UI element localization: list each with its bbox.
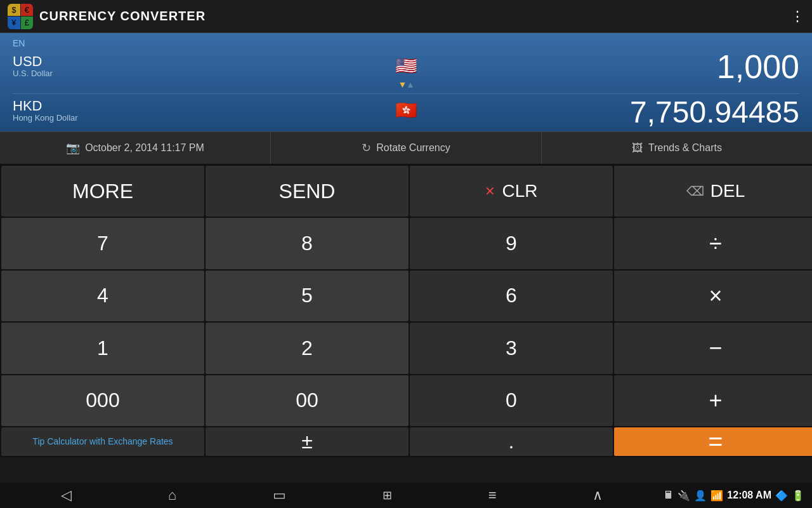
- btn-1[interactable]: 1: [1, 323, 204, 373]
- app-container: $ € ¥ £ CURRENCY CONVERTER ⋮ EN USD U.S.…: [0, 0, 812, 457]
- toolbar: 📷 October 2, 2014 11:17 PM ↻ Rotate Curr…: [0, 131, 812, 164]
- status-signal-icon: 📶: [710, 490, 723, 502]
- menu-button[interactable]: ⋮: [790, 8, 804, 25]
- bluetooth-icon: 🔷: [775, 490, 788, 502]
- rotate-icon: ↻: [362, 141, 371, 155]
- btn-decimal[interactable]: .: [410, 427, 613, 456]
- lang-badge: EN: [13, 38, 799, 48]
- btn-000[interactable]: 000: [1, 375, 204, 426]
- btn-00[interactable]: 00: [206, 375, 409, 426]
- nav-home[interactable]: ⌂: [168, 487, 176, 504]
- usd-flag: 🇺🇸: [395, 55, 417, 76]
- icon-pound: £: [21, 17, 34, 29]
- nav-recents[interactable]: ▭: [273, 487, 286, 504]
- status-user-icon: 👤: [694, 490, 707, 502]
- exchange-arrows: ▼ ▲: [13, 81, 799, 91]
- usd-code: USD: [13, 53, 63, 70]
- status-calculator-icon: 🖩: [664, 490, 674, 501]
- send-button[interactable]: SEND: [206, 166, 409, 217]
- currency-divider: [13, 93, 799, 94]
- tip-calculator-button[interactable]: Tip Calculator with Exchange Rates: [1, 427, 204, 456]
- nav-up[interactable]: ∧: [593, 487, 603, 504]
- nav-menu[interactable]: ≡: [488, 487, 497, 504]
- btn-equals[interactable]: =: [614, 427, 812, 456]
- app-title: CURRENCY CONVERTER: [39, 9, 790, 23]
- hkd-flag: 🇭🇰: [395, 100, 417, 121]
- btn-divide[interactable]: ÷: [614, 218, 812, 269]
- usd-name: U.S. Dollar: [13, 69, 63, 78]
- status-right: 🖩 🔌 👤 📶 12:08 AM 🔷 🔋: [664, 490, 812, 502]
- hkd-name: Hong Kong Dollar: [13, 113, 78, 123]
- status-usb-icon: 🔌: [678, 490, 690, 502]
- toolbar-rotate[interactable]: ↻ Rotate Currency: [271, 132, 542, 164]
- battery-icon: 🔋: [792, 490, 804, 502]
- tip-label: Tip Calculator with Exchange Rates: [30, 433, 175, 450]
- hkd-code: HKD: [13, 98, 63, 114]
- rotate-label: Rotate Currency: [376, 142, 450, 154]
- nav-back[interactable]: ◁: [61, 487, 72, 504]
- nav-status-bar: ◁ ⌂ ▭ ⊞ ≡ ∧ 🖩 🔌 👤 📶 12:08 AM 🔷 🔋: [0, 483, 812, 508]
- toolbar-trends[interactable]: 🖼 Trends & Charts: [542, 132, 812, 164]
- btn-6[interactable]: 6: [410, 271, 613, 321]
- clr-button[interactable]: ✕ CLR: [410, 166, 613, 217]
- btn-minus[interactable]: −: [614, 323, 812, 373]
- btn-8[interactable]: 8: [206, 218, 409, 269]
- toolbar-datetime[interactable]: 📷 October 2, 2014 11:17 PM: [0, 132, 271, 164]
- calculator-grid: MORE SEND ✕ CLR ⌫ DEL 7 8 9 ÷ 4 5 6 × 1 …: [0, 164, 812, 457]
- nav-section: ◁ ⌂ ▭ ⊞ ≡ ∧: [0, 487, 664, 504]
- del-icon: ⌫: [686, 184, 704, 199]
- icon-dollar: $: [8, 4, 20, 17]
- trends-icon: 🖼: [632, 142, 643, 155]
- icon-yen: ¥: [8, 17, 20, 29]
- time-display: 12:08 AM: [727, 490, 771, 501]
- del-label: DEL: [710, 181, 745, 201]
- btn-plusminus[interactable]: ±: [206, 427, 409, 456]
- btn-7[interactable]: 7: [1, 218, 204, 269]
- usd-row[interactable]: USD U.S. Dollar 🇺🇸 1,000: [13, 51, 799, 79]
- usd-amount: 1,000: [717, 48, 799, 86]
- datetime-label: October 2, 2014 11:17 PM: [85, 142, 204, 154]
- camera-icon: 📷: [66, 141, 80, 155]
- currency-display: EN USD U.S. Dollar 🇺🇸 1,000 ▼ ▲ HKD Hong…: [0, 33, 812, 131]
- btn-2[interactable]: 2: [206, 323, 409, 373]
- btn-5[interactable]: 5: [206, 271, 409, 321]
- app-icon: $ € ¥ £: [8, 4, 33, 29]
- clr-label: CLR: [502, 181, 537, 201]
- btn-multiply[interactable]: ×: [614, 271, 812, 321]
- del-button[interactable]: ⌫ DEL: [614, 166, 812, 217]
- more-button[interactable]: MORE: [1, 166, 204, 217]
- btn-4[interactable]: 4: [1, 271, 204, 321]
- trends-label: Trends & Charts: [648, 142, 722, 154]
- btn-3[interactable]: 3: [410, 323, 613, 373]
- icon-euro: €: [21, 4, 34, 17]
- hkd-amount: 7,750.94485: [630, 95, 799, 130]
- btn-plus[interactable]: +: [614, 375, 812, 426]
- hkd-row[interactable]: HKD Hong Kong Dollar 🇭🇰 7,750.94485: [13, 97, 799, 125]
- btn-0[interactable]: 0: [410, 375, 613, 426]
- title-bar: $ € ¥ £ CURRENCY CONVERTER ⋮: [0, 0, 812, 33]
- nav-qr[interactable]: ⊞: [383, 488, 392, 502]
- clr-x-icon: ✕: [485, 184, 495, 199]
- btn-9[interactable]: 9: [410, 218, 613, 269]
